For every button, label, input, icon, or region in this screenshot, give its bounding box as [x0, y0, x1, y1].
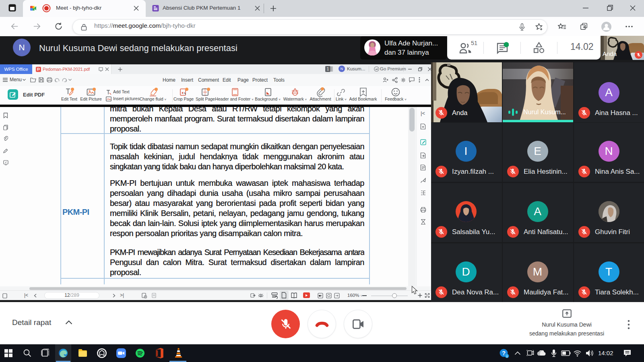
svg-text:i: i: [506, 354, 508, 358]
svg-text:?: ?: [502, 350, 506, 356]
